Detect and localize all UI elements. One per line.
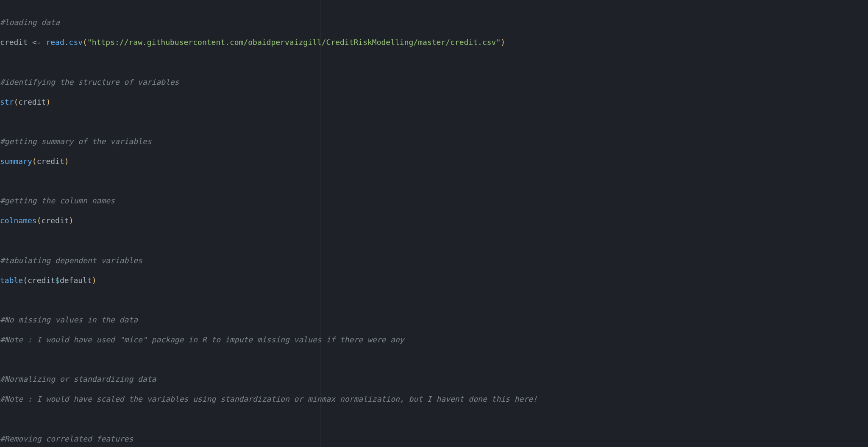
comment: #Note : I would have used "mice" package… (0, 335, 404, 344)
function: summary (0, 157, 32, 166)
identifier: credit (37, 157, 64, 166)
paren: ) (69, 216, 74, 225)
code-line[interactable]: #tabulating dependent variables (0, 255, 868, 265)
paren: ) (92, 276, 97, 285)
identifier: credit (28, 276, 55, 285)
comment: #loading data (0, 18, 60, 27)
code-editor[interactable]: #loading data credit <- read.csv("https:… (0, 8, 868, 447)
code-line[interactable] (0, 355, 868, 364)
identifier: credit (42, 216, 69, 225)
code-line[interactable]: #No missing values in the data (0, 315, 868, 325)
function: str (0, 97, 14, 106)
code-line[interactable]: #Removing correlated features (0, 434, 868, 444)
function: read.csv (46, 38, 83, 47)
paren: ) (64, 157, 69, 166)
paren: ( (83, 38, 87, 47)
comment: #Removing correlated features (0, 434, 133, 443)
identifier: credit (0, 38, 28, 47)
paren: ) (46, 97, 50, 106)
string: "https://raw.githubusercontent.com/obaid… (87, 38, 501, 47)
code-line[interactable] (0, 295, 868, 305)
space (42, 38, 46, 47)
comment: #getting summary of the variables (0, 137, 152, 146)
code-line[interactable] (0, 236, 868, 245)
identifier: credit (18, 97, 46, 106)
code-line[interactable]: credit <- read.csv("https://raw.githubus… (0, 37, 868, 47)
code-line[interactable]: #identifying the structure of variables (0, 77, 868, 87)
comment: #Normalizing or standardizing data (0, 375, 156, 383)
function: colnames (0, 216, 37, 225)
code-line[interactable]: str(credit) (0, 97, 868, 107)
code-line[interactable]: #loading data (0, 17, 868, 27)
column-ruler (320, 0, 320, 447)
code-line[interactable]: #Normalizing or standardizing data (0, 374, 868, 384)
code-line[interactable]: summary(credit) (0, 156, 868, 166)
identifier: default (60, 276, 92, 285)
code-line[interactable]: table(credit$default) (0, 275, 868, 285)
code-line[interactable] (0, 414, 868, 424)
paren: ( (37, 216, 42, 225)
paren: ) (501, 38, 505, 47)
comment: #tabulating dependent variables (0, 256, 142, 265)
assign-op: <- (32, 38, 42, 47)
space (28, 38, 32, 47)
comment: #No missing values in the data (0, 315, 138, 324)
paren: ( (14, 97, 19, 106)
paren: ( (32, 157, 37, 166)
code-line[interactable] (0, 117, 868, 126)
dollar-op: $ (55, 276, 60, 285)
code-line[interactable] (0, 176, 868, 186)
code-line[interactable]: #getting summary of the variables (0, 136, 868, 146)
code-line[interactable]: colnames(credit) (0, 216, 868, 225)
code-line[interactable]: #Note : I would have used "mice" package… (0, 335, 868, 344)
code-line[interactable] (0, 57, 868, 67)
code-line[interactable]: #Note : I would have scaled the variable… (0, 394, 868, 404)
comment: #getting the column names (0, 196, 115, 205)
code-line[interactable]: #getting the column names (0, 196, 868, 205)
comment: #Note : I would have scaled the variable… (0, 394, 537, 403)
paren: ( (23, 276, 28, 285)
function: table (0, 276, 23, 285)
comment: #identifying the structure of variables (0, 78, 179, 86)
